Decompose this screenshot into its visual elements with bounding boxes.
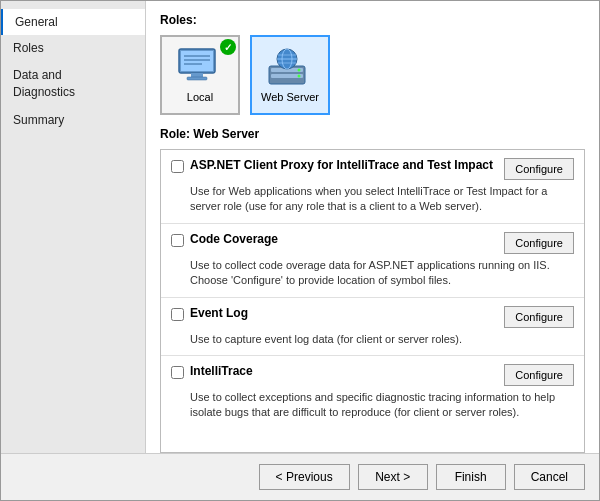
finish-button[interactable]: Finish	[436, 464, 506, 490]
next-button[interactable]: Next >	[358, 464, 428, 490]
role-local-label: Local	[187, 91, 213, 103]
roles-label: Roles:	[160, 13, 585, 27]
svg-rect-1	[181, 51, 213, 71]
role-subtitle: Role: Web Server	[160, 127, 585, 141]
configure-button-intellitrace[interactable]: Configure	[504, 364, 574, 386]
option-intellitrace: IntelliTrace Configure Use to collect ex…	[161, 356, 584, 429]
option-title-intellitrace: IntelliTrace	[190, 364, 494, 378]
option-desc-event-log: Use to capture event log data (for clien…	[190, 332, 574, 347]
sidebar-item-roles[interactable]: Roles	[1, 35, 145, 61]
svg-rect-6	[187, 77, 207, 80]
option-code-coverage: Code Coverage Configure Use to collect c…	[161, 224, 584, 298]
dialog: General Roles Data andDiagnostics Summar…	[0, 0, 600, 501]
configure-button-event-log[interactable]: Configure	[504, 306, 574, 328]
sidebar-item-general[interactable]: General	[1, 9, 145, 35]
sidebar: General Roles Data andDiagnostics Summar…	[1, 1, 146, 453]
dialog-footer: < Previous Next > Finish Cancel	[1, 453, 599, 500]
checkbox-intellitrace[interactable]	[171, 366, 184, 379]
option-title-aspnet: ASP.NET Client Proxy for IntelliTrace an…	[190, 158, 494, 172]
option-aspnet-client-proxy: ASP.NET Client Proxy for IntelliTrace an…	[161, 150, 584, 224]
configure-button-code-coverage[interactable]: Configure	[504, 232, 574, 254]
option-desc-intellitrace: Use to collect exceptions and specific d…	[190, 390, 574, 421]
option-desc-aspnet: Use for Web applications when you select…	[190, 184, 574, 215]
role-icon-local[interactable]: ✓ Local	[160, 35, 240, 115]
previous-button[interactable]: < Previous	[259, 464, 350, 490]
cancel-button[interactable]: Cancel	[514, 464, 585, 490]
option-header-code-coverage: Code Coverage Configure	[171, 232, 574, 254]
checkbox-aspnet-client-proxy[interactable]	[171, 160, 184, 173]
dialog-body: General Roles Data andDiagnostics Summar…	[1, 1, 599, 453]
options-area[interactable]: ASP.NET Client Proxy for IntelliTrace an…	[160, 149, 585, 453]
sidebar-item-data-diagnostics[interactable]: Data andDiagnostics	[1, 61, 145, 107]
option-event-log: Event Log Configure Use to capture event…	[161, 298, 584, 356]
svg-point-11	[298, 75, 301, 78]
svg-point-10	[298, 69, 301, 72]
roles-icons: ✓ Local	[160, 35, 585, 115]
option-title-event-log: Event Log	[190, 306, 494, 320]
option-header-aspnet: ASP.NET Client Proxy for IntelliTrace an…	[171, 158, 574, 180]
option-header-intellitrace: IntelliTrace Configure	[171, 364, 574, 386]
local-icon	[176, 47, 224, 87]
svg-rect-5	[191, 73, 203, 77]
checkbox-code-coverage[interactable]	[171, 234, 184, 247]
main-content: Roles: ✓	[146, 1, 599, 453]
sidebar-item-summary[interactable]: Summary	[1, 107, 145, 133]
option-header-event-log: Event Log Configure	[171, 306, 574, 328]
checkbox-event-log[interactable]	[171, 308, 184, 321]
role-web-server-label: Web Server	[261, 91, 319, 103]
web-server-icon	[266, 47, 314, 87]
option-desc-code-coverage: Use to collect code overage data for ASP…	[190, 258, 574, 289]
role-icon-web-server[interactable]: Web Server	[250, 35, 330, 115]
option-title-code-coverage: Code Coverage	[190, 232, 494, 246]
configure-button-aspnet[interactable]: Configure	[504, 158, 574, 180]
